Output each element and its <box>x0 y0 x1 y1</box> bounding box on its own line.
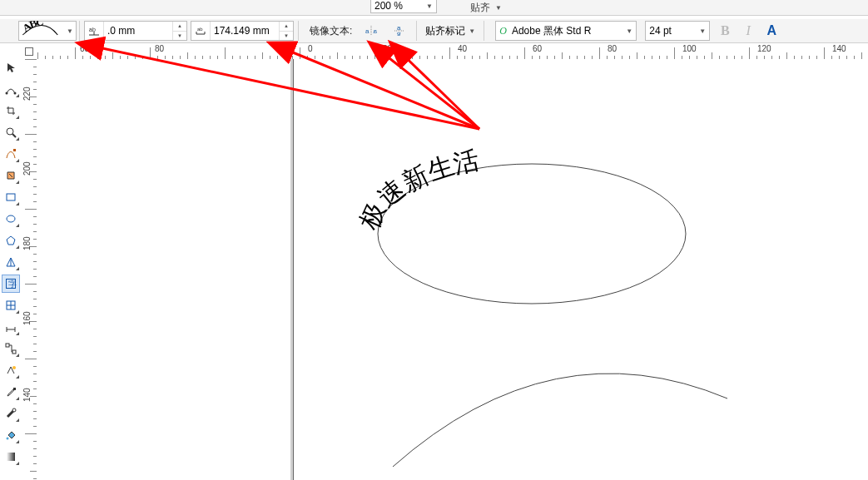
effects-tool[interactable] <box>2 361 20 379</box>
svg-rect-30 <box>6 344 9 347</box>
spin-down-icon[interactable]: ▼ <box>280 32 293 41</box>
connector-tool[interactable] <box>2 339 20 358</box>
ruler-number: 160 <box>22 311 32 325</box>
canvas[interactable]: 极速新生活 <box>37 59 868 480</box>
mirror-horizontal-button[interactable]: a a <box>358 20 384 42</box>
crop-tool[interactable] <box>2 101 20 120</box>
character-formatting-button[interactable]: A <box>761 20 782 42</box>
ruler-number: 200 <box>22 161 32 176</box>
arc-object[interactable] <box>393 374 727 467</box>
pick-tool[interactable] <box>2 58 20 77</box>
svg-text:a: a <box>397 24 401 32</box>
svg-point-14 <box>6 92 8 95</box>
chevron-down-icon: ▼ <box>495 4 502 12</box>
svg-text:a: a <box>373 27 377 35</box>
chevron-down-icon: ▼ <box>626 27 632 35</box>
offset-spinner[interactable]: ab ▲ ▼ <box>84 21 187 41</box>
distance-spin-buttons[interactable]: ▲ ▼ <box>279 22 293 40</box>
vertical-ruler[interactable]: 220200180160140 <box>22 59 37 480</box>
ellipse-tool[interactable] <box>2 210 20 228</box>
separator <box>298 21 299 41</box>
zoom-tool[interactable] <box>2 123 20 141</box>
distance-spinner[interactable]: ab ▲ ▼ <box>191 21 294 41</box>
svg-text:ABC: ABC <box>21 21 45 34</box>
ruler-number: 60 <box>80 44 89 53</box>
mirror-vertical-icon: a a <box>393 24 406 37</box>
separator <box>416 21 417 41</box>
svg-marker-21 <box>7 236 15 245</box>
spin-down-icon[interactable]: ▼ <box>173 32 186 41</box>
smart-fill-tool[interactable] <box>2 166 20 185</box>
ruler-number: 140 <box>22 388 32 402</box>
spin-up-icon[interactable]: ▲ <box>173 22 186 32</box>
drawing-svg: 极速新生活 <box>37 59 868 480</box>
distance-icon: ab <box>191 22 211 40</box>
shape-tool[interactable] <box>2 80 20 98</box>
ruler-number: 140 <box>832 44 846 53</box>
separator <box>484 21 484 41</box>
svg-rect-19 <box>7 194 15 200</box>
offset-icon: ab <box>85 22 104 40</box>
svg-point-20 <box>7 215 15 222</box>
ruler-number: 20 <box>383 44 392 53</box>
font-size-value: 24 pt <box>649 25 672 37</box>
distance-input[interactable] <box>211 22 279 40</box>
font-size-combo[interactable]: 24 pt ▼ <box>645 21 710 41</box>
text-path-preview-icon: ABC <box>21 21 62 39</box>
text-tool[interactable]: 字 <box>2 275 20 293</box>
zoom-level-value: 200 % <box>374 0 403 12</box>
freehand-tool[interactable] <box>2 145 20 163</box>
eyedropper-tool[interactable] <box>2 383 20 401</box>
offset-input[interactable] <box>104 22 172 40</box>
text-preset-dropdown[interactable]: ABC ▼ <box>18 21 77 41</box>
svg-point-32 <box>12 366 16 369</box>
svg-rect-36 <box>7 453 15 461</box>
ruler-number: 120 <box>757 44 771 53</box>
table-tool[interactable] <box>2 296 20 314</box>
separator <box>79 21 80 41</box>
offset-spin-buttons[interactable]: ▲ ▼ <box>172 22 186 40</box>
zoom-level-combo[interactable]: 200 % ▼ <box>370 0 437 13</box>
bold-button[interactable]: B <box>714 20 736 42</box>
outline-tool[interactable] <box>2 404 20 423</box>
mirror-vertical-button[interactable]: a a <box>386 20 413 42</box>
fill-tool[interactable] <box>2 426 20 444</box>
top-toolbar-strip: 200 % ▼ 贴齐 ▼ <box>0 0 868 16</box>
chevron-down-icon: ▼ <box>426 2 433 10</box>
interactive-fill-tool[interactable] <box>2 448 20 466</box>
font-family-combo[interactable]: O Adobe 黑体 Std R ▼ <box>495 21 637 41</box>
ruler-number: 80 <box>608 44 617 53</box>
chevron-down-icon: ▼ <box>67 27 73 35</box>
svg-point-35 <box>7 438 9 440</box>
ruler-number: 40 <box>458 44 467 53</box>
tick-snapping-label: 贴齐标记 <box>425 24 465 38</box>
spin-up-icon[interactable]: ▲ <box>280 22 293 32</box>
svg-text:ab: ab <box>197 27 203 32</box>
tick-snapping-dropdown[interactable]: 贴齐标记 ▼ <box>421 20 479 42</box>
work-area: 6080020406080100120140 220200180160140 极… <box>22 44 868 480</box>
polygon-tool[interactable] <box>2 231 20 250</box>
text-on-path-object[interactable]: 极速新生活 <box>354 145 481 235</box>
rectangle-tool[interactable] <box>2 188 20 206</box>
basic-shapes-tool[interactable] <box>2 253 20 271</box>
dimension-tool[interactable] <box>2 318 20 336</box>
svg-point-16 <box>7 128 13 135</box>
font-type-icon: O <box>499 25 507 37</box>
svg-text:a: a <box>365 27 370 35</box>
ruler-number: 80 <box>155 44 164 53</box>
svg-rect-18 <box>13 149 16 151</box>
ruler-number: 100 <box>682 44 697 53</box>
svg-text:字: 字 <box>8 280 17 289</box>
snap-label: 贴齐 <box>470 1 490 15</box>
svg-text:ab: ab <box>89 27 96 32</box>
chevron-down-icon: ▼ <box>699 27 706 35</box>
svg-point-34 <box>12 408 16 412</box>
svg-text:a: a <box>397 31 401 37</box>
horizontal-ruler[interactable]: 6080020406080100120140 <box>37 44 868 60</box>
snap-dropdown[interactable]: 贴齐 ▼ <box>470 0 502 15</box>
ruler-number: 180 <box>22 236 32 250</box>
ruler-origin-button[interactable] <box>22 44 37 60</box>
svg-rect-33 <box>13 388 16 390</box>
ruler-number: 0 <box>308 44 313 53</box>
italic-button[interactable]: I <box>737 20 759 42</box>
